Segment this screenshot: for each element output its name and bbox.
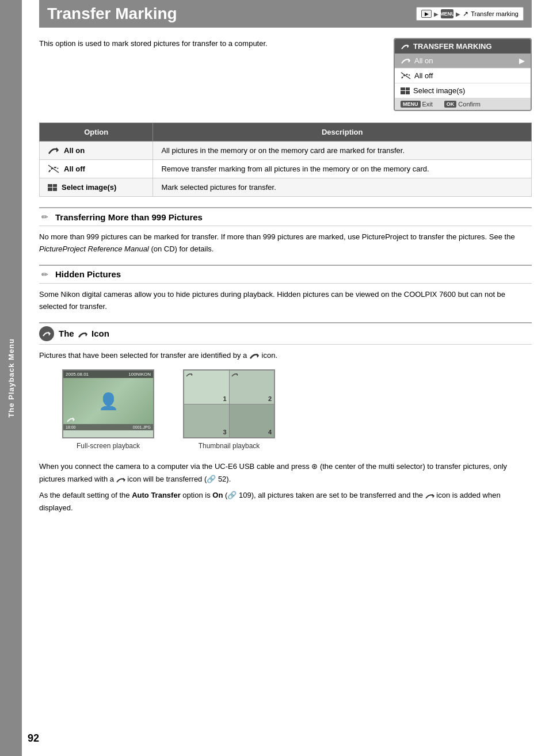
icon-section-body: Pictures that have been selected for tra… <box>39 349 532 361</box>
menu-exit-icon: MENU <box>401 101 421 108</box>
fs-file: 0001.JPG <box>133 425 151 429</box>
menu-item-select-label: Select image(s) <box>413 86 465 95</box>
intro-text: This option is used to mark stored pictu… <box>39 38 382 50</box>
thumb-icon-2 <box>231 372 238 379</box>
confirm-btn: OK Confirm <box>444 101 481 108</box>
desc-select: Mark selected pictures for transfer. <box>153 178 532 197</box>
round-transfer-icon <box>39 326 54 341</box>
breadcrumb-label: Transfer marking <box>471 10 518 17</box>
fs-overlay-transfer-icon <box>67 415 75 425</box>
page-title: Transfer Marking <box>47 5 177 23</box>
thumbnail-caption: Thumbnail playback <box>199 442 260 450</box>
thumb-cell-3: 3 <box>184 404 229 438</box>
col-option: Option <box>40 123 153 142</box>
round-icon-svg <box>43 330 51 337</box>
allon-icon-table <box>48 146 59 155</box>
thumb-cell-1: 1 <box>184 371 229 404</box>
allon-icon-menu <box>401 57 411 64</box>
fs-footer: 18:00 0001.JPG <box>63 424 153 430</box>
note-transferring-title: Transferring More than 999 Pictures <box>55 212 203 222</box>
fs-date: 2005.08.01 <box>66 372 89 377</box>
note-transferring-body: No more than 999 pictures can be marked … <box>39 231 532 255</box>
breadcrumb: ▶ ▶ MENU ▶ ↗ Transfer marking <box>416 7 524 21</box>
option-select-cell: Select image(s) <box>40 178 153 197</box>
option-alloff-label: All off <box>64 165 85 173</box>
note-transferring-header: ✏ Transferring More than 999 Pictures <box>39 207 532 226</box>
menu-box: TRANSFER MARKING All on ▶ <box>394 38 532 111</box>
inline-transfer-icon <box>249 352 260 360</box>
thumb-num-1: 1 <box>223 395 226 402</box>
confirm-label: Confirm <box>458 101 481 108</box>
table-row: All on All pictures in the memory or on … <box>40 142 532 160</box>
menu-item-allon-label: All on <box>414 56 433 65</box>
alloff-icon-table <box>48 165 59 173</box>
col-description: Description <box>153 123 532 142</box>
option-allon-cell: All on <box>40 142 153 160</box>
menu-box-footer: MENU Exit OK Confirm <box>395 98 531 110</box>
inline-icon-para1 <box>116 476 125 483</box>
fs-folder: 100NIKON <box>128 372 151 377</box>
select-icon-table <box>48 184 57 191</box>
fullscreen-caption: Full-screen playback <box>77 442 140 450</box>
option-select-label: Select image(s) <box>62 183 116 192</box>
bottom-para1: When you connect the camera to a compute… <box>39 460 532 486</box>
menu-box-title: TRANSFER MARKING <box>413 42 492 51</box>
thumbnail-playback-item: 1 2 3 4 <box>183 369 275 450</box>
fs-person: 👤 <box>98 392 119 411</box>
thumb-cell-2: 2 <box>230 371 274 404</box>
desc-alloff: Remove transfer marking from all picture… <box>153 160 532 178</box>
bottom-text: When you connect the camera to a compute… <box>39 460 532 514</box>
thumb-mock: 1 2 3 4 <box>183 369 275 438</box>
option-allon-label: All on <box>64 146 85 155</box>
thumb-icon-1 <box>186 372 193 379</box>
fs-body: 👤 <box>63 378 153 424</box>
options-table: Option Description All on All pictures i… <box>39 123 532 197</box>
pencil-icon-2: ✏ <box>39 269 51 280</box>
sidebar-label: The Playback Menu <box>7 338 16 418</box>
icon-section: The Icon Pictures that have been selecte… <box>39 322 532 450</box>
desc-allon: All pictures in the memory or on the mem… <box>153 142 532 160</box>
alloff-icon-menu <box>401 72 411 79</box>
exit-label: Exit <box>422 101 433 108</box>
menu-item-alloff[interactable]: All off <box>395 68 531 83</box>
fs-header: 2005.08.01 100NIKON <box>63 371 153 378</box>
exit-btn: MENU Exit <box>401 101 433 108</box>
inline-icon-para2 <box>425 492 434 499</box>
menu-item-select[interactable]: Select image(s) <box>395 83 531 98</box>
thumb-cell-4: 4 <box>230 404 274 438</box>
page-number: 92 <box>28 732 39 744</box>
menu-item-alloff-label: All off <box>414 71 433 80</box>
play-icon: ▶ <box>421 10 432 18</box>
table-row: Select image(s) Mark selected pictures f… <box>40 178 532 197</box>
menu-item-allon[interactable]: All on ▶ <box>395 54 531 68</box>
note-hidden-body: Some Nikon digital cameras allow you to … <box>39 288 532 313</box>
thumb-num-3: 3 <box>223 429 226 436</box>
note-hidden-header: ✏ Hidden Pictures <box>39 265 532 284</box>
breadcrumb-arrow-2: ▶ <box>456 11 460 17</box>
option-alloff-cell: All off <box>40 160 153 178</box>
breadcrumb-transfer-icon: ↗ <box>463 10 468 18</box>
auto-transfer-label: Auto Transfer <box>132 491 181 499</box>
pencil-icon-1: ✏ <box>39 211 51 223</box>
menu-box-header: TRANSFER MARKING <box>395 39 531 54</box>
menu-icon: MENU <box>441 9 453 18</box>
on-label: On <box>212 491 223 499</box>
thumb-num-2: 2 <box>268 395 272 402</box>
intro-section: This option is used to mark stored pictu… <box>39 38 532 111</box>
breadcrumb-arrow-1: ▶ <box>434 11 439 17</box>
ok-icon: OK <box>444 101 457 108</box>
note-transferring: ✏ Transferring More than 999 Pictures No… <box>39 207 532 255</box>
menu-transfer-icon <box>401 43 410 50</box>
menu-item-allon-arrow: ▶ <box>519 56 525 65</box>
bottom-para2: As the default setting of the Auto Trans… <box>39 489 532 514</box>
icon-section-header: The Icon <box>39 322 532 345</box>
note-hidden-title: Hidden Pictures <box>55 269 121 279</box>
table-row: All off Remove transfer marking from all… <box>40 160 532 178</box>
select-grid-icon <box>401 87 410 94</box>
fullscreen-playback-item: 2005.08.01 100NIKON 👤 18:00 0 <box>62 369 154 450</box>
page-header: Transfer Marking ▶ ▶ MENU ▶ ↗ Transfer m… <box>39 0 532 28</box>
thumb-num-4: 4 <box>268 429 272 436</box>
playback-images: 2005.08.01 100NIKON 👤 18:00 0 <box>62 369 532 450</box>
icon-section-title: The Icon <box>59 329 109 338</box>
fs-time: 18:00 <box>66 425 76 429</box>
